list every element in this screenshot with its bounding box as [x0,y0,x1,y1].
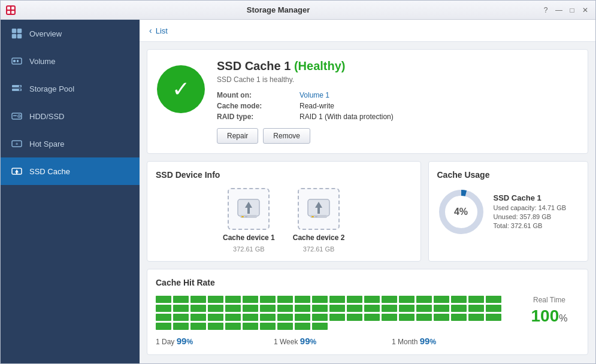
donut-percent: 4% [454,207,468,217]
bar-cell [434,314,449,321]
mount-on-label: Mount on: [217,91,295,99]
hit-rate-bars: 1 Day 99% 1 Week 99% 1 Month 99% [156,296,510,346]
bar-cell [312,314,328,321]
svg-rect-1 [7,7,10,10]
svg-marker-23 [15,169,19,174]
donut-wrap: 4% [437,188,485,236]
hit-rate-footer: 1 Day 99% 1 Week 99% 1 Month 99% [156,336,510,346]
cache-title: SSD Cache 1 (Healthy) [217,59,578,73]
bar-cell [434,305,449,312]
hit-rate-title: Cache Hit Rate [156,278,579,287]
svg-rect-32 [311,216,314,217]
bar-cell [156,296,171,303]
cache-mode-value: Read-write [299,102,578,110]
cache-stats: SSD Cache 1 Used capacity: 14.71 GB Unus… [494,193,567,231]
bar-cell [416,296,432,303]
sidebar-label-volume: Volume [29,57,55,66]
close-button[interactable]: ✕ [580,5,591,16]
svg-point-15 [19,89,21,91]
svg-rect-28 [245,216,247,217]
hit-stat-week-pct: % [310,338,317,346]
cache-stats-name: SSD Cache 1 [494,193,567,202]
sidebar-item-volume[interactable]: Volume [1,47,140,75]
status-circle: ✓ [157,65,205,113]
hdd-icon [10,110,23,123]
svg-rect-19 [13,116,17,117]
bar-cell [173,305,189,312]
bar-cell [312,305,328,312]
raid-type-label: RAID type: [217,113,295,121]
hit-stat-day-pct: % [186,338,193,346]
bar-cell [468,305,484,312]
bar-cell [208,296,223,303]
svg-rect-16 [12,113,22,119]
sidebar-label-storage-pool: Storage Pool [29,84,74,93]
svg-rect-27 [241,216,244,217]
sidebar-label-hdd-ssd: HDD/SSD [29,112,65,121]
bar-cell [399,305,415,312]
bar-cell [364,314,380,321]
device-icon-box-1 [228,188,270,230]
repair-button[interactable]: Repair [217,128,258,144]
bars-grid [156,296,510,330]
sidebar-item-overview[interactable]: Overview [1,20,140,47]
bar-cell [451,305,467,312]
action-buttons: Repair Remove [217,128,578,144]
bar-cell [190,305,206,312]
cache-usage-title: Cache Usage [437,170,580,180]
bar-cell [329,296,345,303]
bar-cell [486,314,501,321]
window-title: Storage Manager [16,5,540,14]
bar-cell [468,314,484,321]
hit-stat-day-value: 99 [177,336,187,346]
device-item-1: Cache device 1 372.61 GB [223,188,275,253]
cache-usage-panel: Cache Usage 4% SSD Cache 1 Used capacity… [428,161,589,262]
bar-cell [243,305,258,312]
device-size-2: 372.61 GB [303,245,335,253]
bar-cell [190,323,206,330]
bar-cell [295,296,310,303]
device-size-1: 372.61 GB [233,245,265,253]
device-info-panel: SSD Device Info [147,161,421,262]
bar-cell [312,296,328,303]
mount-on-value[interactable]: Volume 1 [299,91,578,99]
bar-cell [260,296,276,303]
device-list: Cache device 1 372.61 GB [156,188,412,253]
device-name-2: Cache device 2 [293,233,345,242]
cache-name: SSD Cache 1 [217,59,291,72]
hit-stat-month: 1 Month 99% [392,336,510,346]
bar-cell [243,323,258,330]
hit-rate-panel: Cache Hit Rate 1 Day 99% 1 Week 99% [147,269,588,355]
device-info-title: SSD Device Info [156,170,412,180]
sidebar-item-storage-pool[interactable]: Storage Pool [1,75,140,102]
bar-cell [190,296,206,303]
realtime-value-wrap: 100% [531,307,568,326]
bar-cell [190,314,206,321]
bar-cell [329,305,345,312]
bar-cell [208,323,223,330]
svg-rect-8 [17,34,22,38]
remove-button[interactable]: Remove [263,128,310,144]
svg-rect-4 [11,11,14,14]
bar-cell [382,296,397,303]
app-icon [5,5,16,16]
donut-container: 4% SSD Cache 1 Used capacity: 14.71 GB U… [437,188,580,236]
sidebar-item-ssd-cache[interactable]: SSD Cache [1,157,140,185]
back-arrow-icon: ‹ [149,26,152,35]
minimize-button[interactable]: — [553,5,564,16]
sidebar-item-hdd-ssd[interactable]: HDD/SSD [1,102,140,130]
bar-cell [451,314,467,321]
raid-type-value: RAID 1 (With data protection) [299,113,578,121]
bar-cell [468,296,484,303]
help-button[interactable]: ? [540,5,551,16]
maximize-button[interactable]: □ [567,5,577,16]
breadcrumb-list-link[interactable]: List [156,26,168,35]
hit-stat-week-label: 1 Week [274,338,298,346]
sidebar-label-overview: Overview [29,29,62,38]
bar-cell [243,314,258,321]
bar-cell [156,314,171,321]
lightning-icon-1 [235,196,262,222]
bar-cell [173,323,189,330]
sidebar-item-hot-spare[interactable]: + Hot Spare [1,130,140,157]
svg-point-14 [19,86,21,87]
